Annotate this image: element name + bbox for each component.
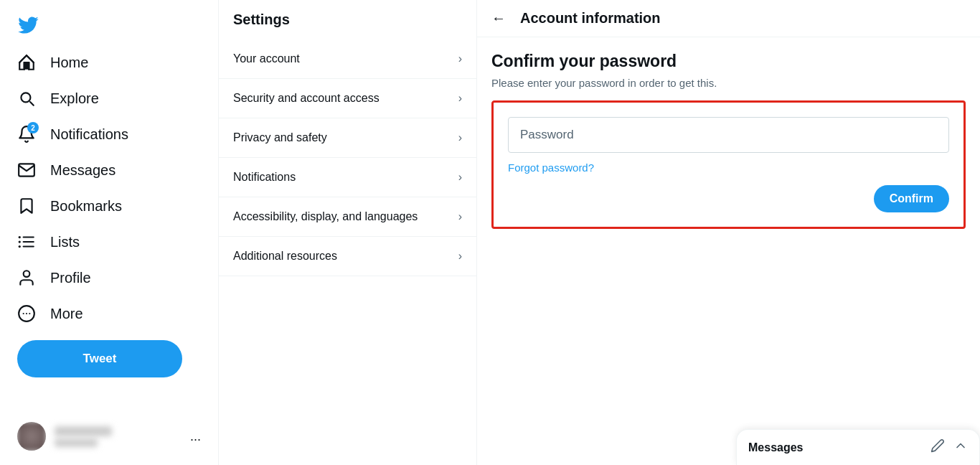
explore-icon [17, 89, 36, 108]
notifications-label: Notifications [50, 126, 128, 143]
settings-item-additional[interactable]: Additional resources › [219, 237, 476, 276]
svg-point-10 [26, 313, 27, 314]
sidebar-item-bookmarks[interactable]: Bookmarks [9, 188, 209, 224]
password-input[interactable] [520, 128, 937, 142]
user-handle [55, 438, 98, 447]
avatar [17, 422, 46, 451]
messages-bar-title: Messages [748, 441, 804, 454]
home-icon [17, 53, 36, 72]
accessibility-label: Accessibility, display, and languages [233, 210, 418, 223]
confirm-password-title: Confirm your password [491, 52, 966, 71]
profile-label: Profile [50, 270, 91, 286]
security-label: Security and account access [233, 92, 380, 105]
additional-label: Additional resources [233, 250, 337, 263]
lists-label: Lists [50, 234, 80, 250]
sidebar-item-more[interactable]: More [9, 296, 209, 332]
password-input-wrapper [508, 117, 949, 153]
svg-point-7 [24, 271, 30, 277]
user-info [55, 426, 182, 447]
sidebar-item-profile[interactable]: Profile [9, 260, 209, 296]
bookmarks-icon [17, 197, 36, 215]
settings-panel: Settings Your account › Security and acc… [219, 0, 477, 465]
privacy-label: Privacy and safety [233, 131, 327, 144]
sidebar-nav: Home Explore 2 Notifications [9, 44, 209, 332]
forgot-password-link[interactable]: Forgot password? [508, 161, 949, 174]
your-account-label: Your account [233, 52, 300, 65]
bookmarks-label: Bookmarks [50, 198, 122, 215]
sidebar-item-messages[interactable]: Messages [9, 152, 209, 188]
more-icon [17, 304, 36, 323]
settings-item-accessibility[interactable]: Accessibility, display, and languages › [219, 197, 476, 237]
lists-icon [17, 232, 36, 251]
svg-point-9 [23, 313, 24, 314]
explore-label: Explore [50, 90, 99, 107]
sidebar: Home Explore 2 Notifications [0, 0, 219, 465]
chevron-right-icon: › [458, 131, 462, 144]
settings-item-privacy[interactable]: Privacy and safety › [219, 118, 476, 158]
user-profile-area[interactable]: ... [9, 416, 209, 456]
notifications-settings-label: Notifications [233, 171, 296, 184]
chevron-right-icon: › [458, 92, 462, 105]
chevron-right-icon: › [458, 171, 462, 184]
sidebar-item-lists[interactable]: Lists [9, 224, 209, 260]
notification-count: 2 [27, 122, 39, 133]
home-label: Home [50, 55, 88, 71]
settings-item-security[interactable]: Security and account access › [219, 79, 476, 118]
messages-bar[interactable]: Messages [736, 429, 980, 465]
confirm-password-desc: Please enter your password in order to g… [491, 77, 966, 89]
chevron-right-icon: › [458, 250, 462, 263]
sidebar-item-explore[interactable]: Explore [9, 80, 209, 116]
settings-header: Settings [219, 0, 476, 39]
chevron-right-icon: › [458, 210, 462, 223]
main-content: ← Account information Confirm your passw… [477, 0, 980, 465]
settings-item-your-account[interactable]: Your account › [219, 39, 476, 79]
messages-icon [17, 161, 36, 179]
main-body: Confirm your password Please enter your … [477, 37, 980, 243]
confirm-row: Confirm [508, 185, 949, 212]
user-options-icon[interactable]: ... [190, 429, 201, 444]
page-title: Account information [520, 10, 661, 27]
profile-icon [17, 268, 36, 287]
main-header: ← Account information [477, 0, 980, 37]
messages-label: Messages [50, 162, 116, 179]
display-name [55, 426, 112, 436]
chevron-right-icon: › [458, 52, 462, 65]
sidebar-item-notifications[interactable]: 2 Notifications [9, 116, 209, 152]
settings-item-notifications[interactable]: Notifications › [219, 158, 476, 197]
tweet-button[interactable]: Tweet [17, 340, 182, 377]
twitter-logo[interactable] [9, 6, 209, 42]
collapse-messages-icon[interactable] [953, 438, 968, 456]
svg-point-11 [29, 313, 30, 314]
more-label: More [50, 306, 83, 322]
messages-bar-actions [930, 438, 968, 456]
compose-message-icon[interactable] [930, 438, 945, 456]
sidebar-item-home[interactable]: Home [9, 44, 209, 80]
svg-rect-0 [24, 62, 29, 70]
back-button[interactable]: ← [491, 10, 506, 27]
password-box: Forgot password? Confirm [491, 100, 966, 229]
confirm-button[interactable]: Confirm [874, 185, 949, 212]
notifications-icon: 2 [17, 125, 36, 144]
